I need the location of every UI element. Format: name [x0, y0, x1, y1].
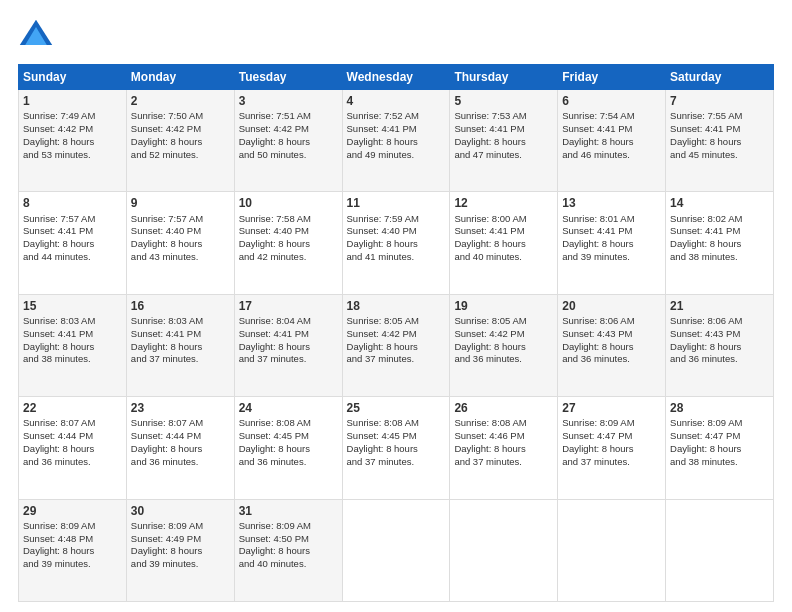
- sunset-label: Sunset: 4:41 PM: [239, 328, 309, 339]
- calendar-body: 1Sunrise: 7:49 AMSunset: 4:42 PMDaylight…: [19, 90, 774, 602]
- day-number: 21: [670, 298, 769, 314]
- daylight-label: Daylight: 8 hoursand 41 minutes.: [347, 238, 418, 262]
- day-number: 7: [670, 93, 769, 109]
- sunset-label: Sunset: 4:47 PM: [562, 430, 632, 441]
- daylight-label: Daylight: 8 hoursand 49 minutes.: [347, 136, 418, 160]
- daylight-label: Daylight: 8 hoursand 47 minutes.: [454, 136, 525, 160]
- sunrise-label: Sunrise: 7:59 AM: [347, 213, 419, 224]
- day-number: 15: [23, 298, 122, 314]
- calendar-cell: 13Sunrise: 8:01 AMSunset: 4:41 PMDayligh…: [558, 192, 666, 294]
- sunrise-label: Sunrise: 8:08 AM: [347, 417, 419, 428]
- calendar-cell: 1Sunrise: 7:49 AMSunset: 4:42 PMDaylight…: [19, 90, 127, 192]
- calendar-cell: 26Sunrise: 8:08 AMSunset: 4:46 PMDayligh…: [450, 397, 558, 499]
- calendar-cell: 14Sunrise: 8:02 AMSunset: 4:41 PMDayligh…: [666, 192, 774, 294]
- daylight-label: Daylight: 8 hoursand 38 minutes.: [23, 341, 94, 365]
- day-number: 16: [131, 298, 230, 314]
- daylight-label: Daylight: 8 hoursand 46 minutes.: [562, 136, 633, 160]
- calendar-cell: 12Sunrise: 8:00 AMSunset: 4:41 PMDayligh…: [450, 192, 558, 294]
- day-number: 31: [239, 503, 338, 519]
- daylight-label: Daylight: 8 hoursand 37 minutes.: [131, 341, 202, 365]
- daylight-label: Daylight: 8 hoursand 37 minutes.: [562, 443, 633, 467]
- day-number: 27: [562, 400, 661, 416]
- sunset-label: Sunset: 4:40 PM: [239, 225, 309, 236]
- header: [18, 18, 774, 54]
- page: SundayMondayTuesdayWednesdayThursdayFrid…: [0, 0, 792, 612]
- logo-icon: [18, 18, 54, 54]
- sunrise-label: Sunrise: 8:01 AM: [562, 213, 634, 224]
- sunset-label: Sunset: 4:46 PM: [454, 430, 524, 441]
- sunset-label: Sunset: 4:43 PM: [562, 328, 632, 339]
- daylight-label: Daylight: 8 hoursand 36 minutes.: [454, 341, 525, 365]
- daylight-label: Daylight: 8 hoursand 36 minutes.: [562, 341, 633, 365]
- calendar-cell: 27Sunrise: 8:09 AMSunset: 4:47 PMDayligh…: [558, 397, 666, 499]
- calendar-cell: 8Sunrise: 7:57 AMSunset: 4:41 PMDaylight…: [19, 192, 127, 294]
- daylight-label: Daylight: 8 hoursand 42 minutes.: [239, 238, 310, 262]
- weekday-header-saturday: Saturday: [666, 65, 774, 90]
- daylight-label: Daylight: 8 hoursand 52 minutes.: [131, 136, 202, 160]
- calendar-week-5: 29Sunrise: 8:09 AMSunset: 4:48 PMDayligh…: [19, 499, 774, 601]
- day-number: 17: [239, 298, 338, 314]
- calendar-week-3: 15Sunrise: 8:03 AMSunset: 4:41 PMDayligh…: [19, 294, 774, 396]
- day-number: 5: [454, 93, 553, 109]
- daylight-label: Daylight: 8 hoursand 44 minutes.: [23, 238, 94, 262]
- calendar-cell: 31Sunrise: 8:09 AMSunset: 4:50 PMDayligh…: [234, 499, 342, 601]
- day-number: 13: [562, 195, 661, 211]
- sunrise-label: Sunrise: 7:57 AM: [131, 213, 203, 224]
- sunset-label: Sunset: 4:49 PM: [131, 533, 201, 544]
- sunset-label: Sunset: 4:41 PM: [347, 123, 417, 134]
- sunset-label: Sunset: 4:41 PM: [23, 328, 93, 339]
- sunrise-label: Sunrise: 8:05 AM: [454, 315, 526, 326]
- calendar-cell: 11Sunrise: 7:59 AMSunset: 4:40 PMDayligh…: [342, 192, 450, 294]
- sunrise-label: Sunrise: 8:09 AM: [131, 520, 203, 531]
- calendar-cell: 5Sunrise: 7:53 AMSunset: 4:41 PMDaylight…: [450, 90, 558, 192]
- sunset-label: Sunset: 4:41 PM: [670, 123, 740, 134]
- sunrise-label: Sunrise: 7:54 AM: [562, 110, 634, 121]
- weekday-header-wednesday: Wednesday: [342, 65, 450, 90]
- day-number: 23: [131, 400, 230, 416]
- sunrise-label: Sunrise: 8:06 AM: [562, 315, 634, 326]
- calendar-cell: 28Sunrise: 8:09 AMSunset: 4:47 PMDayligh…: [666, 397, 774, 499]
- sunset-label: Sunset: 4:50 PM: [239, 533, 309, 544]
- sunset-label: Sunset: 4:41 PM: [562, 123, 632, 134]
- sunrise-label: Sunrise: 7:50 AM: [131, 110, 203, 121]
- daylight-label: Daylight: 8 hoursand 50 minutes.: [239, 136, 310, 160]
- calendar-cell: 30Sunrise: 8:09 AMSunset: 4:49 PMDayligh…: [126, 499, 234, 601]
- weekday-header-sunday: Sunday: [19, 65, 127, 90]
- calendar-cell: 24Sunrise: 8:08 AMSunset: 4:45 PMDayligh…: [234, 397, 342, 499]
- calendar-week-4: 22Sunrise: 8:07 AMSunset: 4:44 PMDayligh…: [19, 397, 774, 499]
- day-number: 18: [347, 298, 446, 314]
- calendar-cell: 20Sunrise: 8:06 AMSunset: 4:43 PMDayligh…: [558, 294, 666, 396]
- day-number: 3: [239, 93, 338, 109]
- sunset-label: Sunset: 4:45 PM: [239, 430, 309, 441]
- sunset-label: Sunset: 4:41 PM: [131, 328, 201, 339]
- sunrise-label: Sunrise: 8:08 AM: [239, 417, 311, 428]
- daylight-label: Daylight: 8 hoursand 40 minutes.: [239, 545, 310, 569]
- sunrise-label: Sunrise: 8:09 AM: [23, 520, 95, 531]
- sunset-label: Sunset: 4:42 PM: [131, 123, 201, 134]
- day-number: 25: [347, 400, 446, 416]
- calendar-week-1: 1Sunrise: 7:49 AMSunset: 4:42 PMDaylight…: [19, 90, 774, 192]
- sunrise-label: Sunrise: 8:06 AM: [670, 315, 742, 326]
- calendar-cell: 29Sunrise: 8:09 AMSunset: 4:48 PMDayligh…: [19, 499, 127, 601]
- calendar-cell: 22Sunrise: 8:07 AMSunset: 4:44 PMDayligh…: [19, 397, 127, 499]
- sunrise-label: Sunrise: 8:09 AM: [670, 417, 742, 428]
- day-number: 30: [131, 503, 230, 519]
- sunrise-label: Sunrise: 8:07 AM: [23, 417, 95, 428]
- calendar-cell: 7Sunrise: 7:55 AMSunset: 4:41 PMDaylight…: [666, 90, 774, 192]
- sunset-label: Sunset: 4:42 PM: [23, 123, 93, 134]
- day-number: 12: [454, 195, 553, 211]
- day-number: 26: [454, 400, 553, 416]
- sunrise-label: Sunrise: 8:07 AM: [131, 417, 203, 428]
- daylight-label: Daylight: 8 hoursand 38 minutes.: [670, 238, 741, 262]
- calendar-cell: 10Sunrise: 7:58 AMSunset: 4:40 PMDayligh…: [234, 192, 342, 294]
- day-number: 4: [347, 93, 446, 109]
- calendar-cell: 2Sunrise: 7:50 AMSunset: 4:42 PMDaylight…: [126, 90, 234, 192]
- sunrise-label: Sunrise: 7:52 AM: [347, 110, 419, 121]
- sunset-label: Sunset: 4:47 PM: [670, 430, 740, 441]
- sunset-label: Sunset: 4:43 PM: [670, 328, 740, 339]
- calendar-cell: 18Sunrise: 8:05 AMSunset: 4:42 PMDayligh…: [342, 294, 450, 396]
- calendar-cell: 3Sunrise: 7:51 AMSunset: 4:42 PMDaylight…: [234, 90, 342, 192]
- day-number: 1: [23, 93, 122, 109]
- calendar-header: SundayMondayTuesdayWednesdayThursdayFrid…: [19, 65, 774, 90]
- sunrise-label: Sunrise: 7:55 AM: [670, 110, 742, 121]
